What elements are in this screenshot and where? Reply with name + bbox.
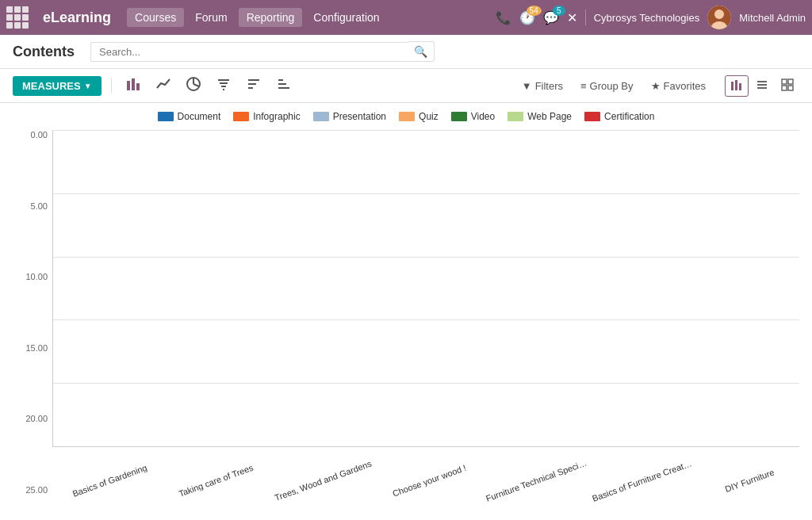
nav-configuration[interactable]: Configuration bbox=[305, 8, 387, 27]
svg-rect-25 bbox=[782, 79, 787, 84]
legend-color bbox=[313, 112, 329, 121]
x-label: Choose your wood ! bbox=[376, 453, 481, 503]
clock-icon[interactable]: 🕐 54 bbox=[519, 10, 535, 25]
svg-rect-3 bbox=[127, 81, 130, 90]
y-label: 15.00 bbox=[13, 343, 52, 353]
avatar[interactable] bbox=[707, 6, 731, 29]
chart-wrap: Views 25.0020.0015.0010.005.000.00 Basic… bbox=[13, 130, 799, 495]
nav-reporting[interactable]: Reporting bbox=[239, 8, 303, 27]
legend-item: Infographic bbox=[233, 111, 300, 122]
x-labels: Basics of GardeningTaking care of TreesT… bbox=[53, 472, 799, 486]
legend-color bbox=[158, 112, 174, 121]
nav-menu: Courses Forum Reporting Configuration bbox=[127, 8, 496, 27]
y-label: 10.00 bbox=[13, 272, 52, 281]
x-label: Trees, Wood and Gardens bbox=[270, 453, 374, 503]
divider bbox=[585, 10, 586, 25]
group-by-button[interactable]: ≡ Group By bbox=[574, 77, 640, 95]
svg-rect-11 bbox=[221, 86, 226, 87]
favorites-button[interactable]: ★ Favorites bbox=[645, 77, 712, 95]
phone-icon[interactable]: 📞 bbox=[496, 10, 511, 25]
nav-courses[interactable]: Courses bbox=[127, 8, 184, 27]
svg-rect-19 bbox=[731, 82, 733, 90]
legend-label: Web Page bbox=[527, 111, 572, 122]
svg-rect-10 bbox=[220, 82, 228, 84]
x-label: Furniture Technical Specifications bbox=[483, 453, 588, 503]
svg-rect-9 bbox=[218, 79, 229, 81]
y-label: 25.00 bbox=[13, 485, 52, 495]
company-name[interactable]: Cybrosys Technologies bbox=[594, 12, 699, 24]
y-label: 20.00 bbox=[13, 414, 52, 423]
x-label: Basics of Gardening bbox=[56, 453, 161, 503]
list-view-button[interactable] bbox=[750, 75, 774, 97]
chart-container: DocumentInfographicPresentationQuizVideo… bbox=[0, 103, 812, 520]
svg-rect-21 bbox=[739, 83, 741, 90]
nav-forum[interactable]: Forum bbox=[187, 8, 235, 27]
funnel-icon-button[interactable] bbox=[212, 74, 236, 98]
svg-rect-28 bbox=[788, 86, 793, 90]
legend-label: Quiz bbox=[419, 111, 439, 122]
legend-item: Quiz bbox=[399, 111, 439, 122]
toolbar-right: ▼ Filters ≡ Group By ★ Favorites bbox=[515, 75, 799, 97]
svg-rect-5 bbox=[136, 83, 140, 90]
legend-item: Web Page bbox=[508, 111, 572, 122]
legend-label: Video bbox=[471, 111, 495, 122]
svg-rect-20 bbox=[735, 80, 737, 90]
svg-rect-18 bbox=[278, 87, 289, 89]
clock-badge: 54 bbox=[527, 6, 542, 16]
svg-rect-23 bbox=[757, 84, 767, 86]
svg-rect-24 bbox=[757, 87, 767, 89]
legend-item: Document bbox=[158, 111, 221, 122]
search-bar: 🔍 bbox=[90, 41, 799, 62]
search-button[interactable]: 🔍 bbox=[408, 41, 435, 62]
legend-label: Presentation bbox=[333, 111, 386, 122]
pie-chart-button[interactable] bbox=[182, 74, 205, 98]
grid-view-button[interactable] bbox=[776, 75, 799, 97]
groupby-icon: ≡ bbox=[580, 80, 587, 92]
bars-area bbox=[53, 130, 799, 446]
legend-color bbox=[508, 112, 523, 121]
legend-color bbox=[233, 112, 249, 121]
legend-item: Certification bbox=[584, 111, 654, 122]
svg-rect-27 bbox=[782, 86, 787, 90]
sort-desc-button[interactable] bbox=[272, 74, 296, 98]
legend-label: Infographic bbox=[253, 111, 300, 122]
svg-rect-26 bbox=[788, 79, 793, 84]
legend-item: Presentation bbox=[313, 111, 386, 122]
svg-rect-16 bbox=[278, 79, 283, 81]
close-icon[interactable]: ✕ bbox=[567, 10, 577, 25]
legend-color bbox=[584, 112, 600, 121]
svg-line-8 bbox=[193, 84, 199, 86]
measures-button[interactable]: MEASURES bbox=[13, 76, 102, 96]
filters-button[interactable]: ▼ Filters bbox=[515, 77, 569, 95]
line-chart-button[interactable] bbox=[151, 74, 175, 98]
search-input[interactable] bbox=[90, 42, 408, 62]
user-name[interactable]: Mitchell Admin bbox=[739, 12, 806, 24]
svg-rect-4 bbox=[132, 78, 135, 90]
toolbar: MEASURES bbox=[0, 69, 812, 103]
sort-asc-button[interactable] bbox=[242, 74, 266, 98]
y-label: 0.00 bbox=[13, 130, 52, 140]
bar-view-button[interactable] bbox=[725, 75, 749, 97]
app-logo[interactable]: eLearning bbox=[6, 6, 111, 29]
app-name: eLearning bbox=[43, 10, 111, 26]
title-bar: Contents 🔍 bbox=[0, 35, 812, 69]
chart-legend: DocumentInfographicPresentationQuizVideo… bbox=[13, 111, 799, 122]
message-icon[interactable]: 💬 5 bbox=[543, 10, 559, 25]
svg-rect-22 bbox=[757, 81, 767, 82]
page-title: Contents bbox=[13, 44, 75, 60]
star-icon: ★ bbox=[651, 80, 661, 92]
legend-label: Document bbox=[178, 111, 221, 122]
chart-inner: Basics of GardeningTaking care of TreesT… bbox=[52, 130, 799, 447]
legend-item: Video bbox=[451, 111, 495, 122]
svg-rect-14 bbox=[248, 83, 256, 85]
svg-rect-17 bbox=[278, 83, 286, 85]
x-label: DIY Furniture bbox=[696, 453, 801, 503]
filter-icon: ▼ bbox=[522, 80, 532, 92]
x-label: Basics of Furniture Creation bbox=[589, 453, 694, 503]
bar-chart-button[interactable] bbox=[121, 74, 145, 98]
y-axis: 25.0020.0015.0010.005.000.00 bbox=[13, 130, 52, 495]
grid-icon bbox=[6, 6, 29, 29]
separator-1 bbox=[111, 78, 112, 94]
legend-color bbox=[451, 112, 467, 121]
topbar-icons: 📞 🕐 54 💬 5 ✕ Cybrosys Technologies Mitch… bbox=[496, 6, 806, 29]
